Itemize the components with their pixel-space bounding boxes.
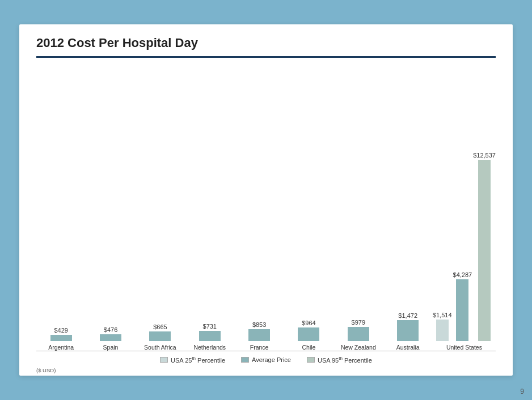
bar-4	[248, 329, 270, 342]
chart-area: $429Argentina$476Spain$665South Africa$7…	[19, 58, 513, 376]
legend-label-95: USA 95th Percentile	[318, 356, 372, 364]
bar-us-25	[436, 320, 449, 342]
bar-value-7: $1,472	[398, 312, 417, 319]
bar-value-6: $979	[352, 319, 365, 326]
bar-2	[149, 331, 171, 341]
bar-group-chile: $964Chile	[284, 63, 333, 351]
bar-0	[50, 335, 72, 341]
bar-label-1: Spain	[103, 344, 119, 351]
page-number: 9	[520, 388, 524, 395]
legend-item-avg: Average Price	[241, 356, 291, 363]
bar-label-4: France	[250, 344, 269, 351]
slide: 2012 Cost Per Hospital Day $429Argentina…	[19, 24, 513, 376]
bar-group-france: $853France	[234, 63, 284, 351]
bar-group-australia: $1,472Australia	[383, 63, 433, 351]
legend-area: USA 25th Percentile Average Price USA 95…	[36, 351, 496, 366]
bar-6	[348, 327, 369, 341]
legend-box-avg	[241, 357, 249, 363]
bar-value-4: $853	[252, 321, 266, 328]
legend-item-95: USA 95th Percentile	[307, 356, 372, 364]
bar-label-6: New Zealand	[341, 344, 376, 351]
bar-label-2: South Africa	[144, 344, 176, 351]
bar-1	[100, 334, 121, 341]
bar-value-5: $964	[302, 320, 315, 326]
bar-us-95	[478, 160, 491, 341]
bar-value-3: $731	[203, 323, 217, 330]
bar-value-0: $429	[54, 327, 67, 334]
bar-value-us-25: $1,514	[433, 312, 452, 318]
bar-value-us-95: $12,537	[473, 152, 496, 159]
bar-5	[298, 327, 319, 342]
bar-7	[397, 320, 419, 341]
bar-label-3: Netherlands	[193, 344, 226, 351]
bar-label-5: Chile	[302, 344, 316, 351]
bar-group-new-zealand: $979New Zealand	[333, 63, 383, 351]
bar-label-us: United States	[446, 344, 482, 351]
legend-box-usa95	[307, 357, 315, 363]
bar-group-united-states: $1,514$4,287$12,537United States	[433, 63, 496, 351]
bar-3	[199, 331, 221, 342]
page-title: 2012 Cost Per Hospital Day	[19, 24, 513, 56]
bar-value-us-avg: $4,287	[453, 271, 472, 278]
legend-label-25: USA 25th Percentile	[171, 356, 225, 364]
legend-item-25: USA 25th Percentile	[160, 356, 225, 364]
bar-group-netherlands: $731Netherlands	[185, 63, 234, 351]
bar-label-0: Argentina	[48, 344, 74, 351]
bars-inner: $429Argentina$476Spain$665South Africa$7…	[36, 63, 496, 351]
bar-group-spain: $476Spain	[86, 63, 135, 351]
bar-value-1: $476	[104, 326, 117, 333]
legend-box-usa25	[160, 357, 168, 363]
bar-us-avg	[456, 279, 468, 341]
bar-label-7: Australia	[396, 344, 420, 351]
unit-label: ($ USD)	[36, 366, 496, 376]
bar-value-2: $665	[153, 324, 167, 330]
bar-group-argentina: $429Argentina	[36, 63, 86, 351]
legend-label-avg: Average Price	[252, 356, 291, 363]
bars-container: $429Argentina$476Spain$665South Africa$7…	[36, 63, 496, 351]
bar-group-south-africa: $665South Africa	[136, 63, 185, 351]
